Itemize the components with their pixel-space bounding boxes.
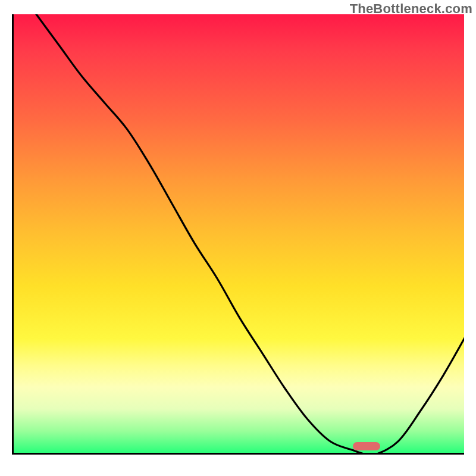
optimal-range-marker	[353, 442, 380, 450]
chart-container: TheBottleneck.com	[0, 0, 476, 476]
bottleneck-curve	[14, 14, 464, 455]
plot-area	[12, 14, 464, 455]
plot-outer	[12, 14, 464, 464]
